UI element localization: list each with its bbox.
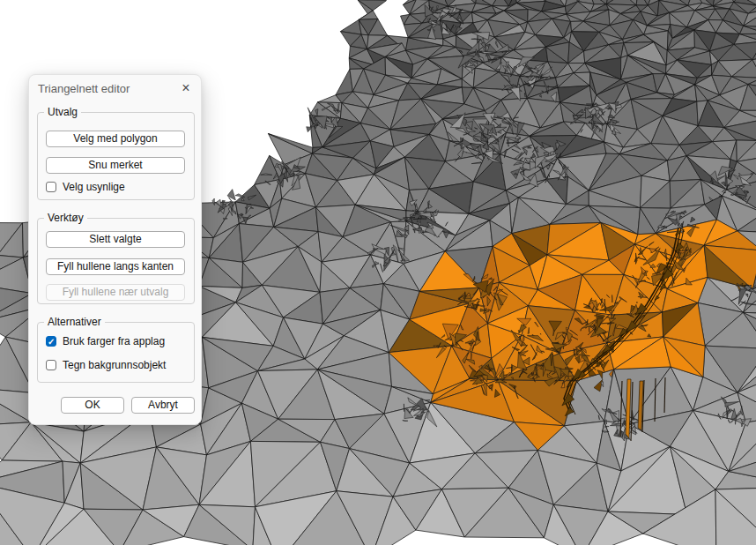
group-alternativer-label: Alternativer (44, 316, 105, 328)
velg-usynlige-label: Velg usynlige (63, 181, 125, 193)
tegn-bakgrunnsobjekt-checkbox-row[interactable]: Tegn bakgrunnsobjekt (46, 359, 166, 371)
group-alternativer: Alternativer Bruk farger fra applag Tegn… (37, 322, 195, 383)
tegn-bakgrunnsobjekt-checkbox[interactable] (46, 360, 56, 370)
triangle-editor-dialog: Triangelnett editor × Utvalg Velg med po… (28, 74, 202, 425)
velg-usynlige-checkbox-row[interactable]: Velg usynlige (46, 181, 125, 193)
group-verktoy: Verktøy Slett valgte Fyll hullene langs … (37, 218, 195, 304)
tegn-bakgrunnsobjekt-label: Tegn bakgrunnsobjekt (63, 359, 166, 371)
velg-usynlige-checkbox[interactable] (46, 182, 56, 192)
slett-valgte-button[interactable]: Slett valgte (46, 231, 185, 248)
group-verktoy-label: Verktøy (44, 212, 87, 224)
snu-merket-button[interactable]: Snu merket (46, 157, 185, 174)
fyll-hullene-naer-utvalg-button[interactable]: Fyll hullene nær utvalg (46, 284, 185, 301)
fyll-hullene-langs-kanten-button[interactable]: Fyll hullene langs kanten (46, 258, 185, 275)
velg-med-polygon-button[interactable]: Velg med polygon (46, 131, 185, 147)
bruk-farger-checkbox[interactable] (46, 336, 56, 347)
group-utvalg: Utvalg Velg med polygon Snu merket Velg … (37, 112, 195, 200)
bruk-farger-checkbox-row[interactable]: Bruk farger fra applag (46, 335, 165, 347)
close-icon[interactable]: × (176, 78, 196, 98)
dialog-title: Triangelnett editor (38, 82, 130, 95)
group-utvalg-label: Utvalg (44, 106, 81, 118)
ok-button[interactable]: OK (61, 397, 124, 414)
cancel-button[interactable]: Avbryt (131, 397, 195, 414)
bruk-farger-label: Bruk farger fra applag (63, 335, 165, 347)
